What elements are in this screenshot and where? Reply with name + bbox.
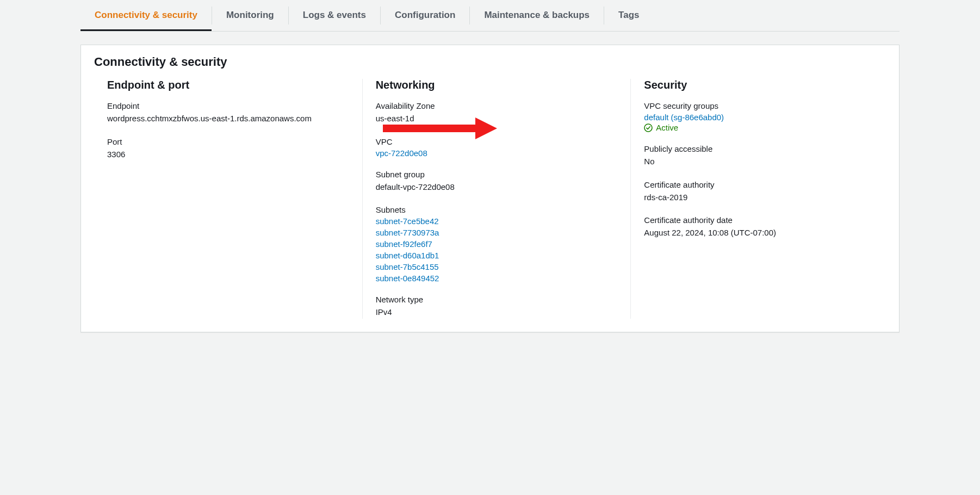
tab-logs-events[interactable]: Logs & events — [289, 0, 380, 31]
panel-title: Connectivity & security — [94, 55, 886, 69]
az-value: us-east-1d — [376, 113, 618, 125]
ca-date-value: August 22, 2024, 10:08 (UTC-07:00) — [644, 227, 886, 239]
tab-connectivity-security[interactable]: Connectivity & security — [80, 0, 212, 31]
network-type-value: IPv4 — [376, 306, 618, 319]
tab-tags[interactable]: Tags — [604, 0, 653, 31]
ca-date-label: Certificate authority date — [644, 215, 886, 225]
public-access-value: No — [644, 156, 886, 168]
subnet-link[interactable]: subnet-f92fe6f7 — [376, 239, 618, 249]
subnet-group-value: default-vpc-722d0e08 — [376, 181, 618, 194]
sg-label: VPC security groups — [644, 101, 886, 110]
networking-heading: Networking — [376, 79, 618, 91]
ca-label: Certificate authority — [644, 180, 886, 189]
network-type-label: Network type — [376, 295, 618, 304]
endpoint-port-column: Endpoint & port Endpoint wordpress.cchtm… — [94, 79, 362, 319]
ca-value: rds-ca-2019 — [644, 191, 886, 204]
subnet-link[interactable]: subnet-d60a1db1 — [376, 251, 618, 260]
tab-maintenance-backups[interactable]: Maintenance & backups — [470, 0, 604, 31]
az-label: Availability Zone — [376, 101, 618, 110]
subnet-link[interactable]: subnet-0e849452 — [376, 274, 618, 283]
tab-bar: Connectivity & security Monitoring Logs … — [80, 0, 900, 32]
sg-status: Active — [656, 123, 678, 132]
endpoint-value: wordpress.cchtmxzbfwos.us-east-1.rds.ama… — [107, 113, 349, 125]
endpoint-port-heading: Endpoint & port — [107, 79, 349, 91]
port-label: Port — [107, 137, 349, 146]
vpc-link[interactable]: vpc-722d0e08 — [376, 148, 427, 158]
subnet-link[interactable]: subnet-7730973a — [376, 228, 618, 237]
tab-configuration[interactable]: Configuration — [381, 0, 469, 31]
port-value: 3306 — [107, 148, 349, 161]
networking-column: Networking Availability Zone us-east-1d … — [362, 79, 631, 319]
status-active-icon — [644, 123, 653, 132]
subnet-link[interactable]: subnet-7ce5be42 — [376, 216, 618, 226]
security-column: Security VPC security groups default (sg… — [630, 79, 886, 319]
tab-monitoring[interactable]: Monitoring — [212, 0, 288, 31]
subnet-group-label: Subnet group — [376, 170, 618, 179]
public-access-label: Publicly accessible — [644, 144, 886, 153]
vpc-label: VPC — [376, 137, 618, 146]
subnets-label: Subnets — [376, 205, 618, 214]
endpoint-label: Endpoint — [107, 101, 349, 110]
security-heading: Security — [644, 79, 886, 91]
svg-point-2 — [644, 124, 652, 132]
subnet-link[interactable]: subnet-7b5c4155 — [376, 262, 618, 271]
connectivity-panel: Connectivity & security Endpoint & port … — [80, 45, 900, 332]
sg-link[interactable]: default (sg-86e6abd0) — [644, 113, 724, 122]
